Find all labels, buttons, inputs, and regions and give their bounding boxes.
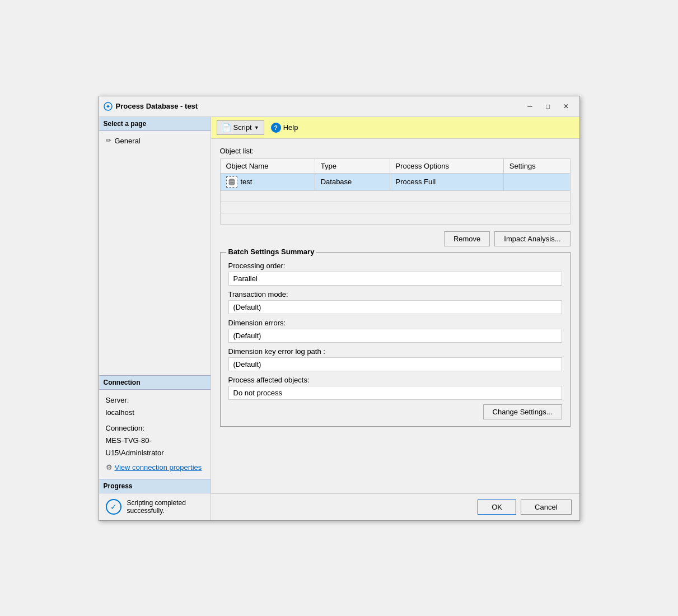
- script-label: Script: [233, 123, 252, 132]
- empty-row-3: [220, 213, 570, 224]
- cancel-button[interactable]: Cancel: [521, 500, 571, 515]
- transaction-mode-value: (Default): [228, 300, 562, 314]
- dimension-errors-label: Dimension errors:: [228, 319, 562, 327]
- batch-settings-legend: Batch Settings Summary: [226, 248, 317, 256]
- dimension-key-error-value: (Default): [228, 357, 562, 371]
- change-settings-button[interactable]: Change Settings...: [483, 404, 562, 419]
- help-icon: ?: [271, 123, 281, 133]
- impact-analysis-button[interactable]: Impact Analysis...: [494, 231, 570, 246]
- col-header-type: Type: [315, 158, 390, 173]
- cell-settings: [503, 173, 570, 190]
- window-title: Process Database - test: [116, 102, 518, 110]
- svg-point-3: [229, 182, 235, 185]
- wrench-icon: ✏: [106, 137, 111, 144]
- col-header-settings: Settings: [503, 158, 570, 173]
- remove-button[interactable]: Remove: [444, 231, 490, 246]
- table-button-row: Remove Impact Analysis...: [220, 231, 571, 246]
- connection-section: Connection Server: localhost Connection:…: [99, 375, 211, 479]
- batch-settings-section: Batch Settings Summary Processing order:…: [220, 252, 571, 427]
- empty-row-1: [220, 190, 570, 202]
- sidebar: Select a page ✏ General Connection Serve…: [99, 117, 211, 520]
- database-icon: [226, 176, 237, 188]
- processing-order-value: Parallel: [228, 272, 562, 286]
- connection-label-row: Connection: MES-TVG-80-U15\Administrator: [106, 422, 204, 459]
- main-layout: Select a page ✏ General Connection Serve…: [99, 117, 579, 520]
- connection-properties-icon: ⚙: [106, 461, 113, 474]
- general-label: General: [115, 137, 141, 145]
- table-row[interactable]: test Database Process Full: [220, 173, 570, 190]
- connection-header: Connection: [99, 375, 211, 390]
- sidebar-items: ✏ General: [99, 131, 211, 256]
- cell-type: Database: [315, 173, 390, 190]
- progress-text: Scripting completedsuccessfully.: [127, 499, 186, 515]
- progress-content: ✓ Scripting completedsuccessfully.: [99, 493, 211, 520]
- process-affected-value: Do not process: [228, 386, 562, 400]
- process-affected-label: Process affected objects:: [228, 376, 562, 384]
- main-window: Process Database - test ─ □ ✕ Select a p…: [99, 96, 580, 521]
- toolbar: 📄 Script ▼ ? Help: [211, 117, 579, 139]
- col-header-name: Object Name: [220, 158, 315, 173]
- close-button[interactable]: ✕: [557, 100, 575, 113]
- help-button[interactable]: ? Help: [271, 123, 298, 133]
- dimension-key-error-label: Dimension key error log path :: [228, 347, 562, 356]
- server-label: Server: localhost: [106, 394, 204, 419]
- ok-button[interactable]: OK: [478, 500, 516, 515]
- title-bar: Process Database - test ─ □ ✕: [99, 96, 579, 117]
- view-connection-link[interactable]: View connection properties: [115, 461, 202, 474]
- sidebar-item-general[interactable]: ✏ General: [99, 134, 211, 147]
- app-icon: [104, 102, 113, 111]
- cell-process-options: Process Full: [390, 173, 503, 190]
- cell-name: test: [220, 173, 315, 190]
- object-list-label: Object list:: [220, 147, 571, 155]
- col-header-process-options: Process Options: [390, 158, 503, 173]
- transaction-mode-label: Transaction mode:: [228, 290, 562, 298]
- change-settings-row: Change Settings...: [228, 404, 562, 419]
- minimize-button[interactable]: ─: [521, 100, 539, 113]
- script-button[interactable]: 📄 Script ▼: [217, 120, 264, 135]
- progress-header: Progress: [99, 479, 211, 493]
- connection-info: Server: localhost Connection: MES-TVG-80…: [99, 390, 211, 479]
- help-label: Help: [283, 123, 298, 132]
- progress-section: Progress ✓ Scripting completedsuccessful…: [99, 479, 211, 520]
- dimension-errors-value: (Default): [228, 329, 562, 343]
- processing-order-label: Processing order:: [228, 262, 562, 270]
- content-body: Object list: Object Name Type Process Op…: [211, 139, 579, 493]
- empty-row-2: [220, 202, 570, 213]
- object-table: Object Name Type Process Options Setting…: [220, 158, 571, 225]
- window-controls: ─ □ ✕: [521, 100, 575, 113]
- maximize-button[interactable]: □: [539, 100, 557, 113]
- script-dropdown-arrow: ▼: [254, 125, 259, 130]
- content-area: 📄 Script ▼ ? Help Object list: Object Na…: [211, 117, 579, 520]
- select-page-header: Select a page: [99, 117, 211, 131]
- script-icon: 📄: [222, 123, 231, 132]
- view-connection-row: ⚙ View connection properties: [106, 461, 204, 474]
- footer: OK Cancel: [211, 493, 579, 520]
- progress-check-icon: ✓: [106, 499, 121, 515]
